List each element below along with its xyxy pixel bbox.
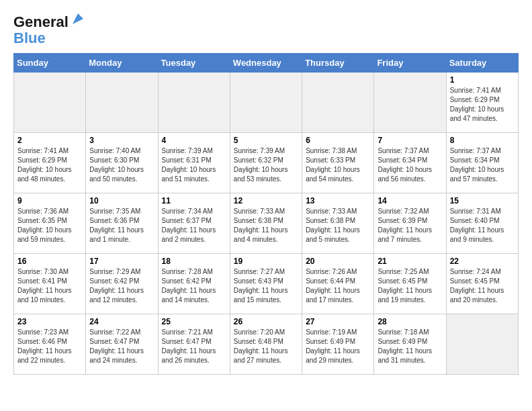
day-info: Sunrise: 7:34 AMSunset: 6:37 PMDaylight:… bbox=[162, 207, 226, 244]
day-number: 14 bbox=[378, 196, 442, 205]
calendar-cell: 21Sunrise: 7:25 AMSunset: 6:45 PMDayligh… bbox=[374, 254, 446, 314]
day-info: Sunrise: 7:20 AMSunset: 6:48 PMDaylight:… bbox=[234, 328, 298, 365]
day-number: 5 bbox=[234, 136, 298, 145]
weekday-header-wednesday: Wednesday bbox=[230, 54, 302, 73]
day-number: 11 bbox=[162, 196, 226, 205]
day-info: Sunrise: 7:38 AMSunset: 6:33 PMDaylight:… bbox=[306, 146, 370, 184]
calendar-cell: 24Sunrise: 7:22 AMSunset: 6:47 PMDayligh… bbox=[86, 314, 158, 375]
weekday-header-thursday: Thursday bbox=[302, 54, 374, 73]
calendar-cell: 3Sunrise: 7:40 AMSunset: 6:30 PMDaylight… bbox=[86, 133, 158, 193]
calendar-cell: 5Sunrise: 7:39 AMSunset: 6:32 PMDaylight… bbox=[230, 133, 302, 193]
day-number: 22 bbox=[450, 257, 515, 266]
calendar-cell: 1Sunrise: 7:41 AMSunset: 6:29 PMDaylight… bbox=[446, 73, 518, 133]
day-number: 1 bbox=[450, 75, 515, 85]
logo-blue: Blue bbox=[13, 30, 46, 46]
day-info: Sunrise: 7:32 AMSunset: 6:39 PMDaylight:… bbox=[378, 207, 442, 244]
week-row-2: 9Sunrise: 7:36 AMSunset: 6:35 PMDaylight… bbox=[14, 193, 519, 254]
day-number: 26 bbox=[234, 317, 298, 326]
day-info: Sunrise: 7:27 AMSunset: 6:43 PMDaylight:… bbox=[234, 267, 298, 305]
day-number: 8 bbox=[450, 136, 515, 145]
day-info: Sunrise: 7:21 AMSunset: 6:47 PMDaylight:… bbox=[162, 328, 226, 365]
calendar-cell: 16Sunrise: 7:30 AMSunset: 6:41 PMDayligh… bbox=[14, 254, 86, 314]
day-number: 25 bbox=[162, 317, 226, 326]
calendar-cell: 9Sunrise: 7:36 AMSunset: 6:35 PMDaylight… bbox=[14, 193, 86, 254]
calendar-cell: 11Sunrise: 7:34 AMSunset: 6:37 PMDayligh… bbox=[158, 193, 230, 254]
day-info: Sunrise: 7:41 AMSunset: 6:29 PMDaylight:… bbox=[17, 146, 82, 184]
day-info: Sunrise: 7:18 AMSunset: 6:49 PMDaylight:… bbox=[378, 328, 442, 365]
calendar-cell: 25Sunrise: 7:21 AMSunset: 6:47 PMDayligh… bbox=[158, 314, 230, 375]
day-number: 10 bbox=[89, 196, 154, 205]
day-info: Sunrise: 7:37 AMSunset: 6:34 PMDaylight:… bbox=[378, 146, 442, 184]
day-number: 2 bbox=[17, 136, 82, 145]
calendar-cell bbox=[230, 73, 302, 133]
calendar-cell: 14Sunrise: 7:32 AMSunset: 6:39 PMDayligh… bbox=[374, 193, 446, 254]
weekday-header-saturday: Saturday bbox=[446, 54, 518, 73]
day-number: 16 bbox=[17, 257, 82, 266]
day-info: Sunrise: 7:37 AMSunset: 6:34 PMDaylight:… bbox=[450, 146, 515, 184]
weekday-header-row: SundayMondayTuesdayWednesdayThursdayFrid… bbox=[14, 54, 519, 73]
calendar-cell bbox=[446, 314, 518, 375]
calendar-cell: 19Sunrise: 7:27 AMSunset: 6:43 PMDayligh… bbox=[230, 254, 302, 314]
calendar-cell bbox=[86, 73, 158, 133]
day-number: 4 bbox=[162, 136, 226, 145]
day-number: 24 bbox=[89, 317, 154, 326]
weekday-header-monday: Monday bbox=[86, 54, 158, 73]
day-info: Sunrise: 7:24 AMSunset: 6:45 PMDaylight:… bbox=[450, 267, 515, 305]
weekday-header-friday: Friday bbox=[374, 54, 446, 73]
week-row-1: 2Sunrise: 7:41 AMSunset: 6:29 PMDaylight… bbox=[14, 133, 519, 193]
day-number: 9 bbox=[17, 196, 82, 205]
day-info: Sunrise: 7:19 AMSunset: 6:49 PMDaylight:… bbox=[306, 328, 370, 365]
calendar-cell: 22Sunrise: 7:24 AMSunset: 6:45 PMDayligh… bbox=[446, 254, 518, 314]
day-number: 7 bbox=[378, 136, 442, 145]
calendar-cell: 12Sunrise: 7:33 AMSunset: 6:38 PMDayligh… bbox=[230, 193, 302, 254]
day-info: Sunrise: 7:23 AMSunset: 6:46 PMDaylight:… bbox=[17, 328, 82, 365]
logo-text: GeneralBlue bbox=[13, 13, 86, 46]
calendar-cell: 7Sunrise: 7:37 AMSunset: 6:34 PMDaylight… bbox=[374, 133, 446, 193]
day-info: Sunrise: 7:36 AMSunset: 6:35 PMDaylight:… bbox=[17, 207, 82, 244]
calendar-cell: 6Sunrise: 7:38 AMSunset: 6:33 PMDaylight… bbox=[302, 133, 374, 193]
day-number: 20 bbox=[306, 257, 370, 266]
calendar: SundayMondayTuesdayWednesdayThursdayFrid… bbox=[13, 53, 519, 375]
day-info: Sunrise: 7:29 AMSunset: 6:42 PMDaylight:… bbox=[89, 267, 154, 305]
day-number: 13 bbox=[306, 196, 370, 205]
weekday-header-tuesday: Tuesday bbox=[158, 54, 230, 73]
day-info: Sunrise: 7:33 AMSunset: 6:38 PMDaylight:… bbox=[306, 207, 370, 244]
day-info: Sunrise: 7:40 AMSunset: 6:30 PMDaylight:… bbox=[89, 146, 154, 184]
calendar-cell: 26Sunrise: 7:20 AMSunset: 6:48 PMDayligh… bbox=[230, 314, 302, 375]
day-number: 28 bbox=[378, 317, 442, 326]
day-info: Sunrise: 7:22 AMSunset: 6:47 PMDaylight:… bbox=[89, 328, 154, 365]
logo-icon bbox=[70, 11, 86, 27]
calendar-cell: 2Sunrise: 7:41 AMSunset: 6:29 PMDaylight… bbox=[14, 133, 86, 193]
day-number: 15 bbox=[450, 196, 515, 205]
calendar-cell: 27Sunrise: 7:19 AMSunset: 6:49 PMDayligh… bbox=[302, 314, 374, 375]
calendar-cell: 15Sunrise: 7:31 AMSunset: 6:40 PMDayligh… bbox=[446, 193, 518, 254]
day-number: 3 bbox=[89, 136, 154, 145]
calendar-cell: 18Sunrise: 7:28 AMSunset: 6:42 PMDayligh… bbox=[158, 254, 230, 314]
calendar-cell: 20Sunrise: 7:26 AMSunset: 6:44 PMDayligh… bbox=[302, 254, 374, 314]
calendar-cell: 28Sunrise: 7:18 AMSunset: 6:49 PMDayligh… bbox=[374, 314, 446, 375]
day-info: Sunrise: 7:31 AMSunset: 6:40 PMDaylight:… bbox=[450, 207, 515, 244]
day-number: 12 bbox=[234, 196, 298, 205]
page-header: GeneralBlue bbox=[13, 13, 519, 46]
day-number: 6 bbox=[306, 136, 370, 145]
day-info: Sunrise: 7:25 AMSunset: 6:45 PMDaylight:… bbox=[378, 267, 442, 305]
calendar-cell: 13Sunrise: 7:33 AMSunset: 6:38 PMDayligh… bbox=[302, 193, 374, 254]
day-info: Sunrise: 7:39 AMSunset: 6:32 PMDaylight:… bbox=[234, 146, 298, 184]
calendar-cell: 17Sunrise: 7:29 AMSunset: 6:42 PMDayligh… bbox=[86, 254, 158, 314]
calendar-cell bbox=[14, 73, 86, 133]
week-row-3: 16Sunrise: 7:30 AMSunset: 6:41 PMDayligh… bbox=[14, 254, 519, 314]
day-number: 27 bbox=[306, 317, 370, 326]
day-info: Sunrise: 7:39 AMSunset: 6:31 PMDaylight:… bbox=[162, 146, 226, 184]
calendar-cell bbox=[302, 73, 374, 133]
day-number: 21 bbox=[378, 257, 442, 266]
week-row-0: 1Sunrise: 7:41 AMSunset: 6:29 PMDaylight… bbox=[14, 73, 519, 133]
day-info: Sunrise: 7:41 AMSunset: 6:29 PMDaylight:… bbox=[450, 86, 515, 124]
day-info: Sunrise: 7:33 AMSunset: 6:38 PMDaylight:… bbox=[234, 207, 298, 244]
day-number: 18 bbox=[162, 257, 226, 266]
day-info: Sunrise: 7:26 AMSunset: 6:44 PMDaylight:… bbox=[306, 267, 370, 305]
day-info: Sunrise: 7:35 AMSunset: 6:36 PMDaylight:… bbox=[89, 207, 154, 244]
day-info: Sunrise: 7:30 AMSunset: 6:41 PMDaylight:… bbox=[17, 267, 82, 305]
calendar-cell bbox=[158, 73, 230, 133]
calendar-cell: 8Sunrise: 7:37 AMSunset: 6:34 PMDaylight… bbox=[446, 133, 518, 193]
calendar-cell: 4Sunrise: 7:39 AMSunset: 6:31 PMDaylight… bbox=[158, 133, 230, 193]
